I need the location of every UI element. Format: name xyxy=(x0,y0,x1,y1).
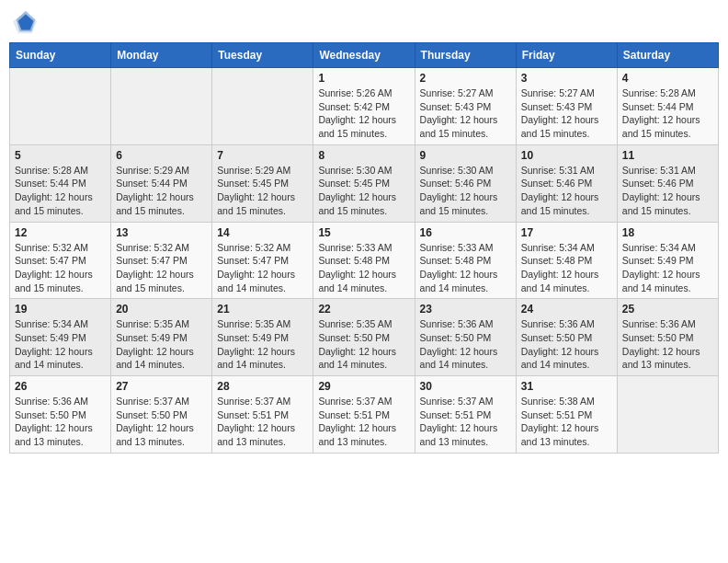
day-number: 13 xyxy=(116,226,207,239)
day-number: 12 xyxy=(15,226,106,239)
day-info: Sunrise: 5:38 AMSunset: 5:51 PMDaylight:… xyxy=(521,395,612,449)
day-info: Sunrise: 5:34 AMSunset: 5:49 PMDaylight:… xyxy=(15,317,106,372)
calendar-cell: 15Sunrise: 5:33 AMSunset: 5:48 PMDayligh… xyxy=(313,222,415,299)
day-number: 10 xyxy=(521,149,612,162)
calendar-cell: 14Sunrise: 5:32 AMSunset: 5:47 PMDayligh… xyxy=(212,222,313,299)
calendar-cell xyxy=(10,68,111,145)
day-info: Sunrise: 5:35 AMSunset: 5:49 PMDaylight:… xyxy=(116,317,207,372)
calendar-cell: 16Sunrise: 5:33 AMSunset: 5:48 PMDayligh… xyxy=(415,222,516,299)
calendar-cell xyxy=(617,376,718,454)
day-info: Sunrise: 5:33 AMSunset: 5:48 PMDaylight:… xyxy=(420,241,511,295)
day-number: 18 xyxy=(622,226,713,239)
day-number: 11 xyxy=(622,149,713,162)
calendar-cell xyxy=(111,68,212,145)
calendar-cell: 30Sunrise: 5:37 AMSunset: 5:51 PMDayligh… xyxy=(415,376,516,454)
calendar-cell: 13Sunrise: 5:32 AMSunset: 5:47 PMDayligh… xyxy=(111,222,212,299)
day-number: 14 xyxy=(217,226,308,239)
day-number: 28 xyxy=(217,380,308,393)
day-info: Sunrise: 5:29 AMSunset: 5:45 PMDaylight:… xyxy=(217,164,308,218)
logo xyxy=(13,9,42,35)
day-number: 23 xyxy=(420,303,511,316)
day-info: Sunrise: 5:36 AMSunset: 5:50 PMDaylight:… xyxy=(622,317,713,372)
calendar-week-2: 5Sunrise: 5:28 AMSunset: 5:44 PMDaylight… xyxy=(10,144,719,222)
day-number: 29 xyxy=(318,380,409,393)
day-info: Sunrise: 5:36 AMSunset: 5:50 PMDaylight:… xyxy=(521,317,612,372)
weekday-header-thursday: Thursday xyxy=(415,43,516,68)
calendar-cell: 26Sunrise: 5:36 AMSunset: 5:50 PMDayligh… xyxy=(10,376,111,454)
calendar-week-1: 1Sunrise: 5:26 AMSunset: 5:42 PMDaylight… xyxy=(10,68,719,145)
calendar-cell xyxy=(212,68,313,145)
weekday-header-friday: Friday xyxy=(516,43,617,68)
day-number: 15 xyxy=(318,226,409,239)
day-info: Sunrise: 5:28 AMSunset: 5:44 PMDaylight:… xyxy=(15,164,106,218)
day-info: Sunrise: 5:27 AMSunset: 5:43 PMDaylight:… xyxy=(420,86,511,141)
calendar-cell: 17Sunrise: 5:34 AMSunset: 5:48 PMDayligh… xyxy=(516,222,617,299)
calendar-table: SundayMondayTuesdayWednesdayThursdayFrid… xyxy=(9,42,719,454)
day-number: 17 xyxy=(521,226,612,239)
day-info: Sunrise: 5:36 AMSunset: 5:50 PMDaylight:… xyxy=(15,395,106,449)
day-number: 16 xyxy=(420,226,511,239)
calendar-cell: 12Sunrise: 5:32 AMSunset: 5:47 PMDayligh… xyxy=(10,222,111,299)
day-number: 30 xyxy=(420,380,511,393)
calendar-cell: 10Sunrise: 5:31 AMSunset: 5:46 PMDayligh… xyxy=(516,144,617,222)
day-number: 5 xyxy=(15,149,106,162)
day-number: 25 xyxy=(622,303,713,316)
day-number: 2 xyxy=(420,72,511,85)
calendar-cell: 9Sunrise: 5:30 AMSunset: 5:46 PMDaylight… xyxy=(415,144,516,222)
calendar-cell: 23Sunrise: 5:36 AMSunset: 5:50 PMDayligh… xyxy=(415,299,516,376)
day-info: Sunrise: 5:29 AMSunset: 5:44 PMDaylight:… xyxy=(116,164,207,218)
day-number: 9 xyxy=(420,149,511,162)
calendar-cell: 27Sunrise: 5:37 AMSunset: 5:50 PMDayligh… xyxy=(111,376,212,454)
logo-icon xyxy=(13,9,39,35)
weekday-header-monday: Monday xyxy=(111,43,212,68)
day-info: Sunrise: 5:37 AMSunset: 5:50 PMDaylight:… xyxy=(116,395,207,449)
calendar-cell: 7Sunrise: 5:29 AMSunset: 5:45 PMDaylight… xyxy=(212,144,313,222)
calendar-cell: 4Sunrise: 5:28 AMSunset: 5:44 PMDaylight… xyxy=(617,68,718,145)
weekday-header-tuesday: Tuesday xyxy=(212,43,313,68)
calendar-cell: 25Sunrise: 5:36 AMSunset: 5:50 PMDayligh… xyxy=(617,299,718,376)
day-number: 3 xyxy=(521,72,612,85)
calendar-week-5: 26Sunrise: 5:36 AMSunset: 5:50 PMDayligh… xyxy=(10,376,719,454)
day-info: Sunrise: 5:34 AMSunset: 5:48 PMDaylight:… xyxy=(521,241,612,295)
day-number: 7 xyxy=(217,149,308,162)
day-info: Sunrise: 5:26 AMSunset: 5:42 PMDaylight:… xyxy=(318,86,409,141)
calendar-week-4: 19Sunrise: 5:34 AMSunset: 5:49 PMDayligh… xyxy=(10,299,719,376)
day-info: Sunrise: 5:32 AMSunset: 5:47 PMDaylight:… xyxy=(116,241,207,295)
day-number: 24 xyxy=(521,303,612,316)
day-number: 31 xyxy=(521,380,612,393)
day-info: Sunrise: 5:31 AMSunset: 5:46 PMDaylight:… xyxy=(521,164,612,218)
day-number: 1 xyxy=(318,72,409,85)
calendar-cell: 5Sunrise: 5:28 AMSunset: 5:44 PMDaylight… xyxy=(10,144,111,222)
weekday-header-saturday: Saturday xyxy=(617,43,718,68)
calendar-cell: 20Sunrise: 5:35 AMSunset: 5:49 PMDayligh… xyxy=(111,299,212,376)
calendar-cell: 6Sunrise: 5:29 AMSunset: 5:44 PMDaylight… xyxy=(111,144,212,222)
day-number: 21 xyxy=(217,303,308,316)
day-info: Sunrise: 5:37 AMSunset: 5:51 PMDaylight:… xyxy=(318,395,409,449)
day-number: 4 xyxy=(622,72,713,85)
day-info: Sunrise: 5:27 AMSunset: 5:43 PMDaylight:… xyxy=(521,86,612,141)
day-number: 27 xyxy=(116,380,207,393)
day-info: Sunrise: 5:32 AMSunset: 5:47 PMDaylight:… xyxy=(217,241,308,295)
calendar-cell: 22Sunrise: 5:35 AMSunset: 5:50 PMDayligh… xyxy=(313,299,415,376)
calendar-cell: 8Sunrise: 5:30 AMSunset: 5:45 PMDaylight… xyxy=(313,144,415,222)
day-number: 8 xyxy=(318,149,409,162)
page-header xyxy=(9,9,719,35)
day-info: Sunrise: 5:28 AMSunset: 5:44 PMDaylight:… xyxy=(622,86,713,141)
day-info: Sunrise: 5:36 AMSunset: 5:50 PMDaylight:… xyxy=(420,317,511,372)
calendar-cell: 24Sunrise: 5:36 AMSunset: 5:50 PMDayligh… xyxy=(516,299,617,376)
calendar-week-3: 12Sunrise: 5:32 AMSunset: 5:47 PMDayligh… xyxy=(10,222,719,299)
day-info: Sunrise: 5:34 AMSunset: 5:49 PMDaylight:… xyxy=(622,241,713,295)
day-number: 22 xyxy=(318,303,409,316)
calendar-cell: 1Sunrise: 5:26 AMSunset: 5:42 PMDaylight… xyxy=(313,68,415,145)
day-info: Sunrise: 5:31 AMSunset: 5:46 PMDaylight:… xyxy=(622,164,713,218)
calendar-cell: 2Sunrise: 5:27 AMSunset: 5:43 PMDaylight… xyxy=(415,68,516,145)
calendar-cell: 11Sunrise: 5:31 AMSunset: 5:46 PMDayligh… xyxy=(617,144,718,222)
day-info: Sunrise: 5:35 AMSunset: 5:50 PMDaylight:… xyxy=(318,317,409,372)
day-info: Sunrise: 5:32 AMSunset: 5:47 PMDaylight:… xyxy=(15,241,106,295)
calendar-cell: 3Sunrise: 5:27 AMSunset: 5:43 PMDaylight… xyxy=(516,68,617,145)
day-info: Sunrise: 5:37 AMSunset: 5:51 PMDaylight:… xyxy=(217,395,308,449)
day-number: 19 xyxy=(15,303,106,316)
day-number: 26 xyxy=(15,380,106,393)
weekday-header-row: SundayMondayTuesdayWednesdayThursdayFrid… xyxy=(10,43,719,68)
day-info: Sunrise: 5:30 AMSunset: 5:46 PMDaylight:… xyxy=(420,164,511,218)
